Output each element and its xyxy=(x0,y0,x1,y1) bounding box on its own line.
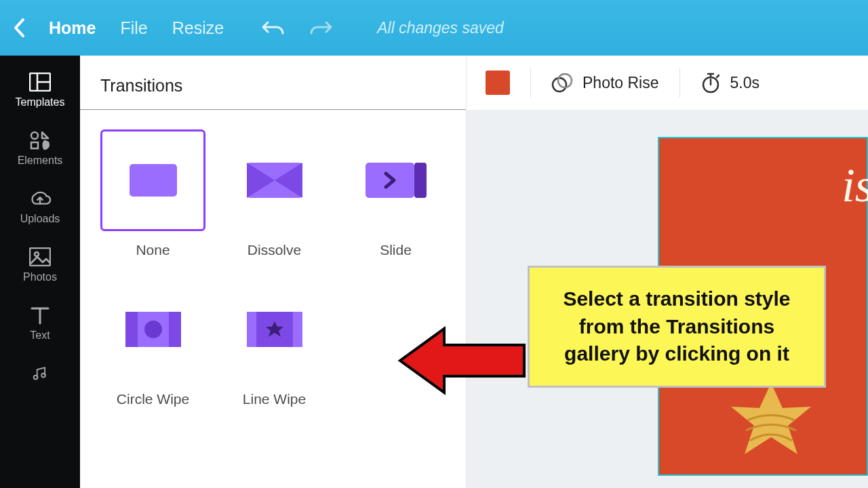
svg-point-7 xyxy=(34,375,38,380)
color-swatch[interactable] xyxy=(486,70,510,95)
sidebar-item-audio[interactable] xyxy=(0,354,80,396)
animation-button[interactable]: Photo Rise xyxy=(551,73,659,93)
svg-rect-4 xyxy=(31,142,38,148)
sidebar-item-label: Text xyxy=(30,329,50,342)
main: Templates Elements Uploads Photos Text xyxy=(0,56,868,488)
tile-label: Circle Wipe xyxy=(117,391,189,407)
sidebar-item-label: Elements xyxy=(18,155,63,167)
left-rail: Templates Elements Uploads Photos Text xyxy=(0,56,80,488)
sidebar-item-uploads[interactable]: Uploads xyxy=(0,179,80,237)
animation-icon xyxy=(551,73,573,93)
elements-icon xyxy=(28,130,52,150)
svg-point-3 xyxy=(31,132,38,139)
duration-label: 5.0s xyxy=(730,74,760,92)
divider xyxy=(679,68,680,98)
svg-rect-17 xyxy=(169,312,181,347)
none-icon xyxy=(100,129,205,231)
tile-label: Dissolve xyxy=(248,242,301,258)
svg-rect-13 xyxy=(366,163,414,198)
svg-line-28 xyxy=(717,75,719,77)
sidebar-item-text[interactable]: Text xyxy=(0,296,80,354)
svg-rect-9 xyxy=(130,164,177,197)
canvas-area: Photo Rise 5.0s is Select a transition s… xyxy=(467,56,868,488)
back-icon[interactable] xyxy=(14,18,24,37)
templates-icon xyxy=(28,72,52,92)
transition-tile-circle-wipe[interactable]: Circle Wipe xyxy=(100,279,205,407)
arrow-annotation xyxy=(397,323,526,398)
sidebar-item-label: Templates xyxy=(16,96,65,108)
photos-icon xyxy=(28,247,52,267)
transition-tile-none[interactable]: None xyxy=(100,129,205,258)
sidebar-item-label: Uploads xyxy=(20,213,60,225)
transition-tile-slide[interactable]: Slide xyxy=(343,129,448,258)
svg-rect-14 xyxy=(414,163,427,198)
transition-tile-dissolve[interactable]: Dissolve xyxy=(222,129,327,258)
slide-icon xyxy=(343,129,448,231)
circle-wipe-icon xyxy=(100,279,205,380)
tile-label: Slide xyxy=(380,242,412,258)
home-link[interactable]: Home xyxy=(49,18,96,38)
transition-tile-line-wipe[interactable]: Line Wipe xyxy=(222,279,327,407)
duration-button[interactable]: 5.0s xyxy=(701,72,760,94)
dissolve-icon xyxy=(222,129,327,231)
uploads-icon xyxy=(28,188,52,209)
text-icon xyxy=(28,305,52,325)
transitions-panel: Transitions None Dissolve Slide xyxy=(80,56,467,488)
svg-rect-16 xyxy=(125,312,138,347)
line-wipe-icon xyxy=(222,279,327,380)
tile-label: Line Wipe xyxy=(243,391,306,407)
tile-label: None xyxy=(136,242,170,258)
animation-label: Photo Rise xyxy=(583,74,659,92)
svg-rect-21 xyxy=(293,312,302,347)
resize-menu[interactable]: Resize xyxy=(172,18,224,38)
sidebar-item-label: Photos xyxy=(23,271,57,283)
sidebar-item-elements[interactable]: Elements xyxy=(0,121,80,179)
divider xyxy=(530,68,531,98)
music-icon xyxy=(28,363,52,384)
save-status: All changes saved xyxy=(377,19,504,37)
slide-text: is xyxy=(842,159,868,213)
canvas-toolbar: Photo Rise 5.0s xyxy=(467,56,868,110)
svg-rect-20 xyxy=(247,312,256,347)
file-menu[interactable]: File xyxy=(120,18,147,38)
stopwatch-icon xyxy=(701,72,721,94)
top-bar: Home File Resize All changes saved xyxy=(0,0,868,56)
svg-point-8 xyxy=(41,373,45,378)
redo-icon[interactable] xyxy=(309,20,332,35)
sidebar-item-templates[interactable]: Templates xyxy=(0,62,80,121)
svg-point-18 xyxy=(144,321,162,338)
svg-point-6 xyxy=(35,252,39,256)
callout-annotation: Select a transition style from the Trans… xyxy=(528,266,826,388)
undo-icon[interactable] xyxy=(262,20,285,35)
svg-rect-5 xyxy=(30,248,50,266)
sidebar-item-photos[interactable]: Photos xyxy=(0,237,80,296)
svg-marker-29 xyxy=(400,329,524,392)
panel-title: Transitions xyxy=(80,56,466,109)
star-shape xyxy=(727,380,815,461)
